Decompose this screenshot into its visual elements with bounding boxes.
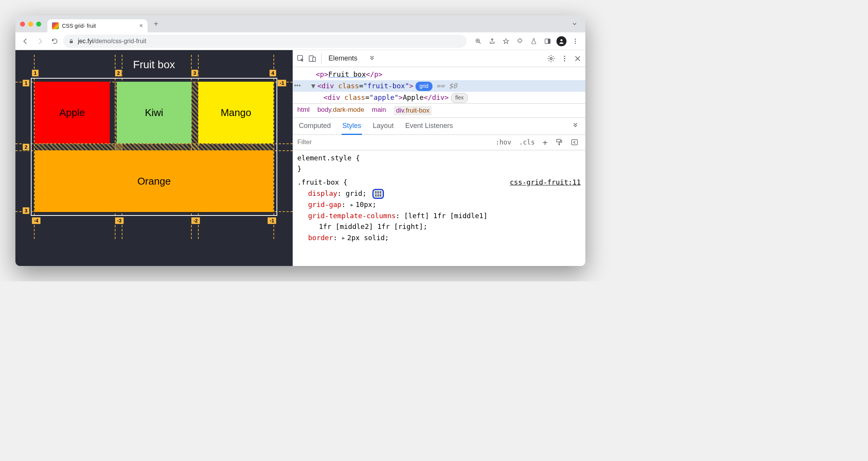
omnibox[interactable]: jec.fyi/demo/css-grid-fruit [63, 35, 467, 48]
reload-button[interactable] [49, 35, 61, 47]
menu-icon[interactable] [569, 35, 581, 47]
svg-point-12 [564, 56, 565, 57]
grid-label: 2 [22, 143, 30, 151]
svg-rect-19 [377, 191, 379, 193]
grid-cell-mango[interactable]: Mango [198, 82, 273, 143]
svg-rect-17 [572, 140, 578, 145]
more-subtabs-icon[interactable] [571, 118, 580, 135]
maximize-window-icon[interactable] [36, 22, 41, 27]
window-controls [20, 22, 41, 27]
svg-rect-15 [556, 140, 560, 142]
page-heading: Fruit box [15, 50, 293, 78]
new-style-rule-icon[interactable]: + [540, 138, 551, 147]
svg-rect-21 [375, 194, 377, 197]
crumb-item[interactable]: body.dark-mode [317, 106, 364, 115]
devtools-toolbar: Elements [293, 50, 585, 67]
browser-window: CSS grid- fruit × + jec.fyi/demo/css-gri… [15, 15, 585, 266]
svg-point-13 [564, 58, 565, 59]
svg-point-14 [564, 60, 565, 61]
grid-badge[interactable]: grid [416, 82, 432, 91]
grid-cell-apple[interactable]: Apple [35, 82, 110, 143]
url-text: jec.fyi/demo/css-grid-fruit [78, 38, 146, 45]
content-area: Fruit box Apple K [15, 50, 585, 266]
minimize-window-icon[interactable] [28, 22, 33, 27]
styles-filter-input[interactable] [297, 138, 380, 146]
extensions-icon[interactable] [514, 35, 526, 47]
grid-cell-orange[interactable]: Orange [35, 150, 273, 212]
svg-rect-0 [70, 41, 73, 43]
svg-rect-23 [380, 194, 381, 197]
grid-cell-kiwi[interactable]: Kiwi [117, 82, 192, 143]
crumb-item[interactable]: main [372, 106, 386, 115]
grid-label: -3 [115, 217, 124, 224]
more-tabs-icon[interactable] [368, 55, 376, 62]
styles-subtabs: Computed Styles Layout Event Listeners [293, 118, 585, 135]
computed-panel-icon[interactable] [568, 138, 581, 146]
close-window-icon[interactable] [20, 22, 25, 27]
cls-toggle[interactable]: .cls [516, 138, 538, 146]
subtab-event-listeners[interactable]: Event Listeners [404, 118, 454, 135]
flex-badge[interactable]: flex [451, 93, 468, 103]
profile-avatar[interactable] [555, 35, 568, 47]
close-devtools-icon[interactable] [574, 55, 581, 62]
chrome-tab-strip: CSS grid- fruit × + [15, 15, 585, 32]
tab-title: CSS grid- fruit [62, 23, 96, 29]
grid-label: -1 [277, 79, 287, 87]
back-button[interactable] [19, 35, 32, 47]
svg-rect-18 [375, 191, 377, 193]
style-rule[interactable]: element.style { [297, 153, 581, 164]
svg-point-7 [575, 42, 576, 44]
new-tab-button[interactable]: + [151, 19, 161, 29]
subtab-computed[interactable]: Computed [298, 118, 332, 135]
device-toggle-icon[interactable] [308, 54, 317, 63]
grid-editor-icon[interactable] [372, 189, 384, 199]
svg-point-11 [550, 57, 552, 60]
crumb-item-selected[interactable]: div.fruit-box [394, 106, 432, 115]
grid-label: 3 [191, 69, 198, 77]
grid-label: 1 [32, 69, 39, 77]
dom-breadcrumb[interactable]: html body.dark-mode main div.fruit-box [293, 103, 585, 118]
lock-icon [69, 39, 74, 44]
share-icon[interactable] [486, 35, 498, 47]
fruit-box-grid[interactable]: Apple Kiwi Mango Orange [31, 78, 277, 216]
address-bar: jec.fyi/demo/css-grid-fruit [15, 32, 585, 50]
side-panel-icon[interactable] [541, 35, 554, 47]
hov-toggle[interactable]: :hov [493, 138, 514, 146]
bookmark-icon[interactable] [500, 35, 512, 47]
svg-rect-10 [313, 57, 315, 61]
dom-node[interactable]: <p>Fruit box</p> [293, 69, 585, 80]
crumb-item[interactable]: html [297, 106, 310, 115]
svg-point-5 [575, 39, 576, 40]
grid-label: -1 [267, 217, 276, 224]
favicon-icon [52, 22, 59, 29]
more-menu-icon[interactable] [561, 55, 568, 62]
svg-rect-20 [380, 191, 381, 193]
forward-button[interactable] [34, 35, 46, 47]
paint-icon[interactable] [552, 138, 566, 146]
subtab-styles[interactable]: Styles [342, 118, 362, 135]
svg-rect-3 [548, 39, 550, 44]
style-rule[interactable]: css-grid-fruit:11 .fruit-box { display: … [297, 177, 581, 244]
dom-tree[interactable]: <p>Fruit box</p> ▼<div class="fruit-box"… [293, 67, 585, 103]
grid-label: -2 [191, 217, 200, 224]
devtools-panel: Elements <p>Fruit box</p> ▼<div class="f… [293, 50, 585, 266]
grid-label: 2 [115, 69, 122, 77]
zoom-icon[interactable] [472, 35, 484, 47]
source-link[interactable]: css-grid-fruit:11 [510, 177, 581, 188]
styles-pane[interactable]: element.style { } css-grid-fruit:11 .fru… [293, 150, 585, 248]
dom-node[interactable]: <div class="apple">Apple</div>flex [293, 92, 585, 103]
grid-label: -4 [32, 217, 41, 224]
dom-node-selected[interactable]: ▼<div class="fruit-box">grid== $0 [293, 80, 585, 92]
subtab-layout[interactable]: Layout [372, 118, 394, 135]
settings-icon[interactable] [547, 54, 555, 63]
browser-tab[interactable]: CSS grid- fruit × [47, 19, 147, 32]
svg-point-4 [560, 39, 562, 41]
svg-rect-22 [377, 194, 379, 197]
close-tab-icon[interactable]: × [139, 22, 143, 29]
inspect-icon[interactable] [297, 54, 305, 63]
labs-icon[interactable] [528, 35, 540, 47]
grid-label: 1 [22, 79, 30, 87]
tab-dropdown-icon[interactable] [568, 19, 581, 29]
svg-rect-16 [558, 144, 560, 145]
panel-tab-elements[interactable]: Elements [326, 53, 360, 64]
